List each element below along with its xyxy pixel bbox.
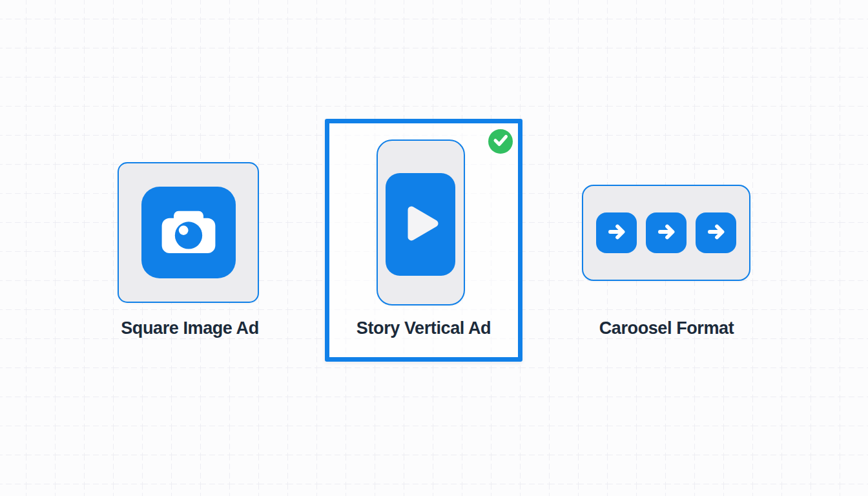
carousel-slide-3 <box>696 212 736 253</box>
option-carousel-format[interactable] <box>582 185 750 281</box>
carousel-slide-1 <box>596 212 637 253</box>
carousel-slide-2 <box>646 212 687 253</box>
option-square-image-ad[interactable] <box>118 162 259 303</box>
arrow-right-icon <box>705 220 728 246</box>
ad-format-picker: Square Image Ad Story Vertical Ad <box>0 0 868 496</box>
camera-icon <box>159 206 218 259</box>
option-label-story-vertical-ad: Story Vertical Ad <box>314 318 533 338</box>
option-label-square-image-ad: Square Image Ad <box>80 318 300 338</box>
camera-icon-tile <box>141 187 236 278</box>
option-label-carousel-format: Caroosel Format <box>557 318 776 338</box>
play-icon <box>402 205 440 245</box>
arrow-right-icon <box>605 220 628 246</box>
checkmark-icon <box>488 128 513 155</box>
selected-check-badge <box>488 129 513 154</box>
video-screen <box>386 173 455 276</box>
arrow-right-icon <box>655 220 678 246</box>
phone-frame <box>377 140 465 305</box>
